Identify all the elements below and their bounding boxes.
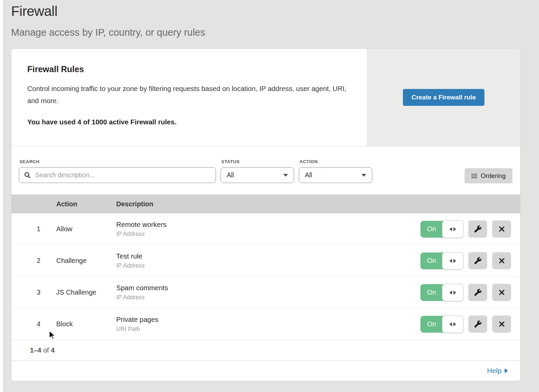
x-icon xyxy=(498,321,505,328)
status-select[interactable]: All xyxy=(221,167,294,183)
pagination-total: 4 xyxy=(51,346,55,354)
left-right-arrows-icon xyxy=(449,259,452,263)
action-select[interactable]: All xyxy=(299,167,372,183)
rule-description: Remote workers xyxy=(116,220,419,229)
toggle-handle[interactable] xyxy=(442,315,464,333)
rule-description-cell: Remote workers IP Address xyxy=(116,220,419,238)
rule-description-cell: Private pages URI Path xyxy=(116,315,419,333)
pagination-of: of xyxy=(43,346,49,354)
wrench-icon xyxy=(474,320,482,328)
x-icon xyxy=(498,225,505,233)
search-input[interactable] xyxy=(34,171,211,179)
edit-rule-button[interactable] xyxy=(468,315,487,333)
delete-rule-button[interactable] xyxy=(492,315,511,333)
help-row: Help xyxy=(11,361,520,381)
left-right-arrows-icon xyxy=(449,227,452,231)
action-label: ACTION xyxy=(299,159,372,164)
card-intro: Firewall Rules Control incoming traffic … xyxy=(11,49,367,146)
search-box[interactable] xyxy=(19,167,216,183)
wrench-icon xyxy=(474,257,482,265)
rule-description-cell: Spam comments IP Address xyxy=(116,284,419,301)
toggle-state-label: On xyxy=(420,221,443,238)
left-edge-strip xyxy=(0,0,3,392)
edit-rule-button[interactable] xyxy=(468,252,487,269)
rule-action: Challenge xyxy=(56,257,116,265)
help-link-label: Help xyxy=(487,367,502,375)
rule-action: JS Challenge xyxy=(56,289,116,296)
page-subtitle: Manage access by IP, country, or query r… xyxy=(11,27,539,38)
create-firewall-rule-button[interactable]: Create a Firewall rule xyxy=(403,89,484,106)
toggle-handle[interactable] xyxy=(442,284,464,301)
card-top-section: Firewall Rules Control incoming traffic … xyxy=(11,49,520,146)
page-title: Firewall xyxy=(11,3,539,19)
rule-controls: On xyxy=(419,284,520,301)
status-filter-group: STATUS All xyxy=(221,159,294,183)
rule-match-type: IP Address xyxy=(116,262,419,269)
list-icon xyxy=(471,173,477,179)
rule-priority-number: 3 xyxy=(11,289,56,296)
rules-table-header: Action Description xyxy=(11,194,520,213)
page-header: Firewall Manage access by IP, country, o… xyxy=(0,0,539,38)
down-triangle-icon xyxy=(361,174,366,177)
left-right-arrows-icon xyxy=(449,291,452,295)
rule-description-cell: Test rule IP Address xyxy=(116,252,419,269)
rule-enable-toggle[interactable]: On xyxy=(420,284,463,301)
rules-table-body: 1 Allow Remote workers IP Address On xyxy=(11,213,520,340)
delete-rule-button[interactable] xyxy=(492,252,511,269)
table-row: 3 JS Challenge Spam comments IP Address … xyxy=(11,277,520,308)
delete-rule-button[interactable] xyxy=(492,284,511,301)
down-triangle-icon xyxy=(283,174,288,177)
pagination-range: 1–4 xyxy=(30,346,41,354)
rule-enable-toggle[interactable]: On xyxy=(420,252,463,269)
rule-priority-number: 4 xyxy=(11,320,56,328)
pagination: 1–4 of 4 xyxy=(11,340,520,361)
toggle-handle[interactable] xyxy=(442,220,464,238)
table-row: 1 Allow Remote workers IP Address On xyxy=(11,213,520,245)
ordering-button-label: Ordering xyxy=(481,172,506,180)
help-link[interactable]: Help xyxy=(487,367,508,375)
firewall-rules-card: Firewall Rules Control incoming traffic … xyxy=(11,49,520,381)
rule-action: Block xyxy=(56,320,116,328)
rule-controls: On xyxy=(419,315,520,333)
search-label: SEARCH xyxy=(20,159,216,164)
right-triangle-icon xyxy=(505,368,508,373)
rule-controls: On xyxy=(419,220,520,238)
rule-action: Allow xyxy=(56,225,116,233)
toggle-state-label: On xyxy=(420,284,443,301)
toggle-state-label: On xyxy=(420,316,443,333)
search-filter-group: SEARCH xyxy=(19,159,216,183)
rule-enable-toggle[interactable]: On xyxy=(420,316,463,333)
usage-summary: You have used 4 of 1000 active Firewall … xyxy=(27,118,347,126)
wrench-icon xyxy=(474,225,482,233)
delete-rule-button[interactable] xyxy=(492,220,511,238)
rule-match-type: URI Path xyxy=(116,326,419,333)
column-header-description: Description xyxy=(116,200,419,208)
x-icon xyxy=(498,257,505,264)
rule-description: Private pages xyxy=(116,315,419,324)
toggle-handle[interactable] xyxy=(442,252,464,270)
rule-description: Test rule xyxy=(116,252,419,260)
card-description: Control incoming traffic to your zone by… xyxy=(27,83,347,107)
rule-controls: On xyxy=(419,252,520,269)
wrench-icon xyxy=(474,289,482,296)
status-label: STATUS xyxy=(221,159,294,164)
left-right-arrows-icon xyxy=(453,322,456,326)
left-right-arrows-icon xyxy=(449,322,452,326)
action-selected-value: All xyxy=(305,171,312,179)
rule-priority-number: 2 xyxy=(11,257,56,265)
ordering-button[interactable]: Ordering xyxy=(465,168,512,183)
left-right-arrows-icon xyxy=(453,227,456,231)
column-header-action: Action xyxy=(56,200,116,208)
edit-rule-button[interactable] xyxy=(468,284,487,301)
rule-enable-toggle[interactable]: On xyxy=(420,221,463,238)
action-filter-group: ACTION All xyxy=(299,159,372,183)
filters-bar: SEARCH STATUS All ACTION All xyxy=(11,146,520,194)
edit-rule-button[interactable] xyxy=(468,220,487,238)
magnifier-icon xyxy=(24,172,31,179)
toggle-state-label: On xyxy=(420,252,443,269)
left-right-arrows-icon xyxy=(453,259,456,263)
rule-match-type: IP Address xyxy=(116,294,419,301)
rule-description: Spam comments xyxy=(116,284,419,292)
rule-match-type: IP Address xyxy=(116,231,419,238)
rule-priority-number: 1 xyxy=(11,225,56,233)
